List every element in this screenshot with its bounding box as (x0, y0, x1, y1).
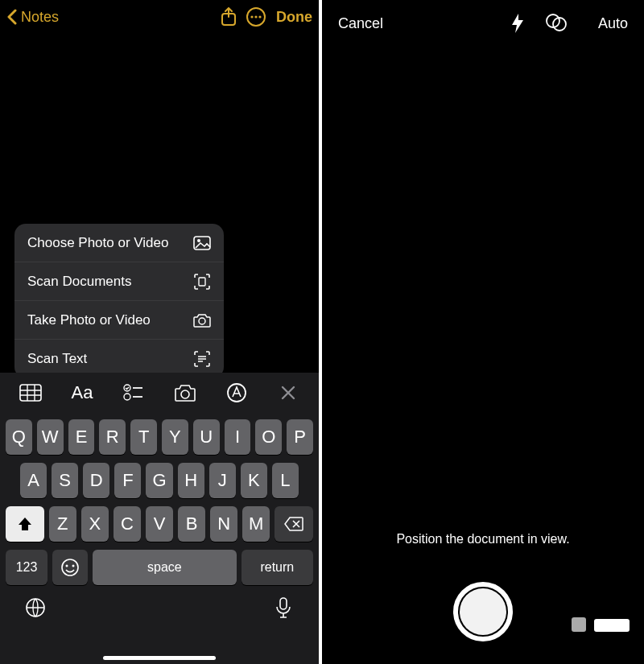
svg-point-16 (72, 565, 75, 567)
navigation-bar: Notes Done (0, 0, 319, 34)
key-c[interactable]: C (114, 506, 141, 542)
key-q[interactable]: Q (6, 419, 32, 455)
svg-point-15 (66, 565, 68, 567)
insert-menu: Choose Photo or Video Scan Documents Tak… (14, 224, 224, 378)
key-d[interactable]: D (83, 463, 109, 498)
home-indicator[interactable] (103, 656, 216, 660)
color-filter-button[interactable] (537, 13, 576, 34)
document-scan-screen: Cancel Auto Position the document in vie… (322, 0, 644, 664)
checklist-icon (123, 384, 144, 402)
back-button[interactable]: Notes (6, 9, 59, 26)
cancel-button[interactable]: Cancel (338, 15, 383, 32)
back-label: Notes (21, 9, 59, 26)
key-y[interactable]: Y (162, 419, 188, 455)
svg-point-6 (197, 239, 200, 242)
globe-button[interactable] (21, 593, 50, 622)
markup-icon (226, 382, 247, 403)
done-button[interactable]: Done (276, 9, 312, 26)
camera-icon (175, 384, 196, 402)
svg-point-10 (124, 385, 130, 391)
more-button[interactable] (242, 3, 270, 31)
flash-icon (510, 13, 525, 34)
key-h[interactable]: H (178, 463, 204, 498)
menu-item-label: Take Photo or Video (27, 312, 193, 328)
close-icon (280, 385, 296, 401)
scan-top-bar: Cancel Auto (322, 0, 644, 47)
shutter-button[interactable] (453, 582, 513, 641)
camera-toolbar-button[interactable] (167, 377, 204, 409)
svg-rect-7 (199, 278, 205, 286)
key-o[interactable]: O (255, 419, 282, 455)
camera-icon (193, 311, 211, 329)
key-e[interactable]: E (68, 419, 95, 455)
shutter-inner (460, 588, 506, 635)
svg-rect-18 (280, 598, 287, 609)
key-p[interactable]: P (287, 419, 313, 455)
close-keyboard-button[interactable] (270, 377, 307, 409)
key-b[interactable]: B (178, 506, 205, 542)
svg-point-11 (124, 394, 130, 400)
document-scanner-icon (193, 273, 211, 291)
text-scan-icon (193, 350, 211, 368)
key-z[interactable]: Z (49, 506, 76, 542)
backspace-icon (284, 517, 303, 531)
menu-take-photo[interactable]: Take Photo or Video (14, 301, 224, 340)
key-t[interactable]: T (130, 419, 157, 455)
emoji-key[interactable] (52, 550, 88, 585)
dictation-button[interactable] (269, 593, 298, 622)
key-l[interactable]: L (272, 463, 299, 498)
key-s[interactable]: S (52, 463, 78, 498)
table-button[interactable] (12, 377, 49, 409)
keyboard-row-2: A S D F G H J K L (3, 463, 316, 498)
thumbnail-placeholder (572, 617, 586, 632)
scan-bottom-bar (322, 559, 644, 664)
return-key[interactable]: return (242, 550, 313, 585)
formatting-toolbar: Aa (0, 373, 319, 413)
key-k[interactable]: K (241, 463, 267, 498)
key-x[interactable]: X (81, 506, 109, 542)
note-editor[interactable] (0, 34, 319, 211)
key-m[interactable]: M (242, 506, 270, 542)
key-a[interactable]: A (20, 463, 47, 498)
mic-icon (275, 596, 291, 619)
keyboard-row-3: Z X C V B N M (3, 506, 316, 542)
svg-point-8 (199, 318, 205, 324)
backspace-key[interactable] (275, 506, 313, 542)
key-f[interactable]: F (114, 463, 141, 498)
flash-button[interactable] (498, 13, 537, 34)
text-format-icon: Aa (72, 382, 93, 403)
chevron-left-icon (6, 9, 18, 25)
key-r[interactable]: R (99, 419, 126, 455)
keyboard-row-1: Q W E R T Y U I O P (3, 419, 316, 455)
shift-key[interactable] (6, 506, 44, 542)
svg-point-3 (254, 15, 257, 18)
menu-item-label: Choose Photo or Video (27, 235, 193, 251)
save-area[interactable] (572, 617, 630, 632)
key-j[interactable]: J (209, 463, 236, 498)
svg-point-14 (62, 559, 78, 575)
menu-choose-photo[interactable]: Choose Photo or Video (14, 224, 224, 262)
menu-item-label: Scan Documents (27, 274, 193, 290)
key-i[interactable]: I (225, 419, 251, 455)
svg-point-12 (181, 390, 189, 398)
menu-scan-documents[interactable]: Scan Documents (14, 262, 224, 301)
auto-mode-button[interactable]: Auto (598, 15, 628, 32)
keyboard-row-4: 123 space return (3, 550, 316, 585)
space-key[interactable]: space (93, 550, 237, 585)
numbers-key[interactable]: 123 (6, 550, 47, 585)
markup-button[interactable] (218, 377, 255, 409)
checklist-button[interactable] (115, 377, 152, 409)
text-format-button[interactable]: Aa (64, 377, 101, 409)
table-icon (19, 384, 42, 402)
camera-viewfinder (322, 47, 644, 551)
globe-icon (24, 596, 47, 619)
key-n[interactable]: N (210, 506, 237, 542)
notes-app-screen: Notes Done Choose Photo or Video Scan (0, 0, 322, 664)
share-button[interactable] (215, 3, 242, 31)
key-w[interactable]: W (37, 419, 64, 455)
key-u[interactable]: U (193, 419, 220, 455)
key-v[interactable]: V (146, 506, 173, 542)
key-g[interactable]: G (146, 463, 172, 498)
photo-icon (193, 234, 211, 252)
keyboard: Q W E R T Y U I O P A S D F G H J K L Z (0, 413, 319, 664)
